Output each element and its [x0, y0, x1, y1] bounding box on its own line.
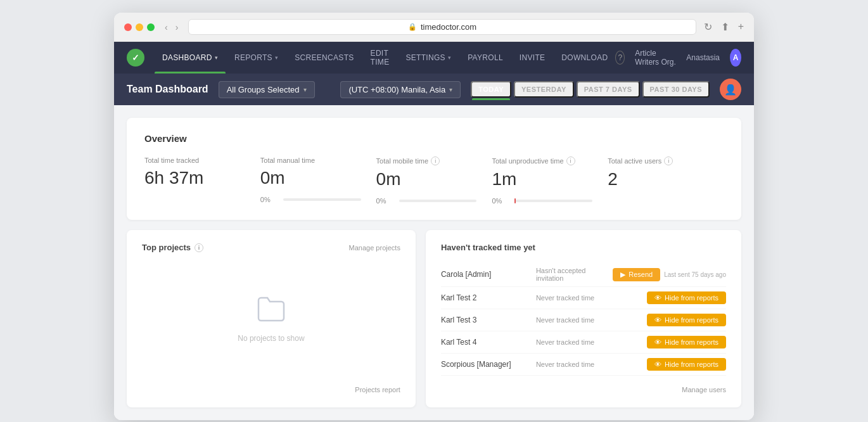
untracked-footer: Manage users — [441, 383, 726, 395]
stat-total-time: Total time tracked 6h 37m — [144, 157, 260, 205]
filter-today[interactable]: TODAY — [471, 81, 511, 98]
page-title: Team Dashboard — [127, 84, 208, 95]
nav-item-invite[interactable]: INVITE — [512, 42, 552, 74]
stat-label-manual-time: Total manual time — [260, 157, 361, 164]
nav-items: DASHBOARD ▾ REPORTS ▾ SCREENCASTS EDIT T… — [155, 42, 615, 74]
info-icon-unproductive[interactable]: i — [566, 157, 575, 165]
info-icon-active-users[interactable]: i — [664, 157, 673, 165]
hide-icon: 👁 — [654, 338, 661, 346]
untracked-action-0: ▶ Resend Last sent 75 days ago — [613, 268, 726, 281]
filter-yesterday[interactable]: YESTERDAY — [514, 81, 574, 98]
untracked-user-1: Karl Test 2 — [441, 293, 530, 302]
info-icon-mobile[interactable]: i — [431, 157, 440, 165]
logo-icon: ✓ — [127, 49, 144, 67]
stats-row: Total time tracked 6h 37m Total manual t… — [144, 157, 724, 205]
nav-logo: ✓ — [127, 49, 144, 67]
nav-label-settings: SETTINGS — [405, 53, 445, 62]
user-avatar[interactable]: A — [730, 49, 741, 67]
hide-button-1[interactable]: 👁 Hide from reports — [647, 291, 726, 304]
stat-bar-unproductive-track — [514, 200, 592, 202]
logo-check: ✓ — [132, 53, 139, 63]
new-tab-button[interactable]: + — [738, 21, 744, 33]
browser-window: ‹ › 🔒 timedoctor.com ↻ ⬆ + ✓ DASHBOARD — [114, 13, 754, 420]
info-icon-projects[interactable]: i — [195, 243, 203, 252]
timezone-label: (UTC +08:00) Manila, Asia — [348, 85, 445, 94]
hide-button-2[interactable]: 👁 Hide from reports — [647, 314, 726, 326]
overview-card: Overview Total time tracked 6h 37m Total… — [127, 118, 741, 220]
help-icon: ? — [618, 53, 623, 62]
nav-label-payroll: PAYROLL — [468, 53, 503, 62]
address-bar[interactable]: 🔒 timedoctor.com — [188, 19, 696, 35]
stat-pct-mobile: 0% — [376, 197, 394, 205]
stat-value-manual-time: 0m — [260, 168, 361, 188]
untracked-action-3: 👁 Hide from reports — [647, 336, 726, 348]
stat-bar-marker — [514, 198, 516, 203]
folder-icon — [256, 295, 286, 328]
stat-manual-time: Total manual time 0m 0% — [260, 157, 376, 205]
maximize-button[interactable] — [147, 23, 155, 31]
top-nav: ✓ DASHBOARD ▾ REPORTS ▾ SCREENCASTS EDIT… — [114, 42, 754, 74]
untracked-action-1: 👁 Hide from reports — [647, 291, 726, 304]
browser-actions: ↻ ⬆ + — [704, 21, 744, 33]
untracked-status-1: Never tracked time — [536, 294, 641, 302]
last-sent-0: Last sent 75 days ago — [664, 271, 726, 278]
nav-label-reports: REPORTS — [234, 53, 272, 62]
stat-unproductive-time: Total unproductive time i 1m 0% — [492, 157, 608, 205]
hide-icon: 👁 — [654, 294, 661, 302]
untracked-user-3: Karl Test 4 — [441, 338, 530, 347]
nav-label-invite: INVITE — [520, 53, 545, 62]
hide-button-3[interactable]: 👁 Hide from reports — [647, 336, 726, 348]
group-selector-dropdown[interactable]: All Groups Selected ▾ — [219, 81, 315, 98]
minimize-button[interactable] — [136, 23, 143, 31]
nav-label-screencasts: SCREENCASTS — [295, 53, 354, 62]
nav-item-screencasts[interactable]: SCREENCASTS — [287, 42, 361, 74]
close-button[interactable] — [124, 23, 132, 31]
browser-chrome: ‹ › 🔒 timedoctor.com ↻ ⬆ + — [114, 13, 754, 42]
nav-item-settings[interactable]: SETTINGS ▾ — [398, 42, 459, 74]
projects-card-header: Top projects i Manage projects — [142, 243, 400, 252]
stat-value-active-users: 2 — [608, 169, 708, 189]
untracked-row-3: Karl Test 4 Never tracked time 👁 Hide fr… — [441, 331, 726, 354]
lock-icon: 🔒 — [408, 23, 417, 31]
manage-projects-link[interactable]: Manage projects — [349, 244, 400, 252]
reload-button[interactable]: ↻ — [704, 21, 712, 33]
stat-bar-manual: 0% — [260, 196, 361, 203]
timezone-dropdown[interactable]: (UTC +08:00) Manila, Asia ▾ — [340, 81, 461, 98]
chevron-down-icon: ▾ — [449, 86, 452, 93]
nav-item-download[interactable]: DOWNLOAD — [554, 42, 615, 74]
user-name: Anastasia — [686, 53, 720, 62]
overview-title: Overview — [144, 133, 724, 144]
filter-past30[interactable]: PAST 30 DAYS — [642, 81, 710, 98]
nav-label-download: DOWNLOAD — [561, 53, 608, 62]
manage-users-link[interactable]: Manage users — [682, 386, 726, 393]
nav-item-payroll[interactable]: PAYROLL — [460, 42, 511, 74]
main-content: Overview Total time tracked 6h 37m Total… — [114, 105, 754, 420]
resend-button-0[interactable]: ▶ Resend — [613, 268, 660, 281]
stat-value-mobile-time: 0m — [376, 169, 477, 189]
chevron-down-icon: ▾ — [275, 54, 278, 61]
hide-button-4[interactable]: 👁 Hide from reports — [647, 358, 726, 371]
empty-label: No projects to show — [238, 334, 304, 343]
projects-empty-state: No projects to show — [142, 262, 400, 376]
nav-label-edit-time: EDIT TIME — [371, 49, 390, 67]
nav-item-edit-time[interactable]: EDIT TIME — [363, 42, 397, 74]
nav-item-reports[interactable]: REPORTS ▾ — [227, 42, 286, 74]
untracked-row-2: Karl Test 3 Never tracked time 👁 Hide fr… — [441, 309, 726, 331]
stat-value-total-time: 6h 37m — [144, 168, 245, 188]
untracked-status-3: Never tracked time — [536, 338, 641, 346]
filter-past7[interactable]: PAST 7 DAYS — [577, 81, 640, 98]
share-button[interactable]: ⬆ — [721, 21, 729, 33]
traffic-lights — [124, 23, 155, 31]
avatar-initial: A — [733, 53, 739, 62]
back-button[interactable]: ‹ — [162, 21, 170, 34]
stat-active-users: Total active users i 2 — [608, 157, 724, 205]
help-button[interactable]: ? — [615, 51, 625, 65]
stat-bar-mobile-track — [399, 200, 477, 202]
untracked-action-2: 👁 Hide from reports — [647, 314, 726, 326]
nav-item-dashboard[interactable]: DASHBOARD ▾ — [155, 42, 226, 74]
chevron-down-icon: ▾ — [448, 54, 451, 61]
forward-button[interactable]: › — [173, 21, 181, 34]
stat-label-mobile-time: Total mobile time i — [376, 157, 477, 165]
projects-report-link[interactable]: Projects report — [355, 386, 400, 393]
add-user-button[interactable]: 👤 — [720, 79, 741, 100]
